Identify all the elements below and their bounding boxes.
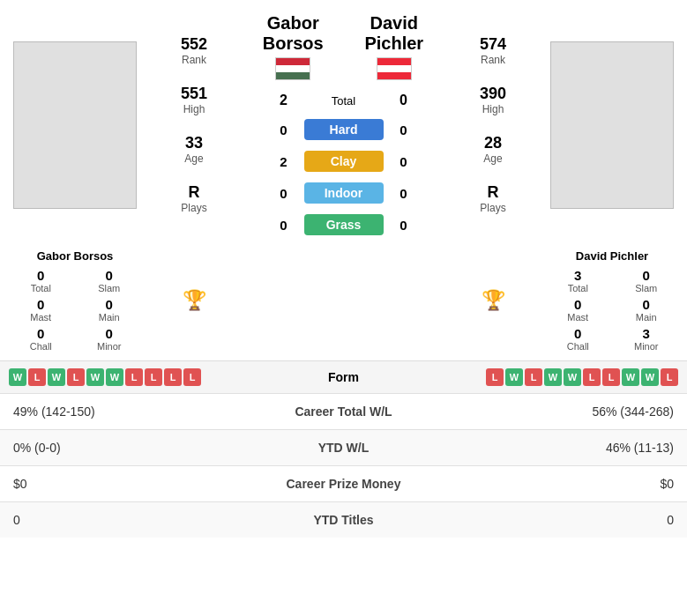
right-minor-value: 3 bbox=[615, 326, 679, 341]
form-badge-w: W bbox=[106, 368, 123, 386]
total-label: Total bbox=[304, 94, 384, 108]
form-badge-l: L bbox=[661, 368, 678, 386]
stats-left-0: 49% (142-150) bbox=[0, 394, 208, 430]
left-chall-label: Chall bbox=[9, 341, 73, 352]
form-badge-w: W bbox=[9, 368, 26, 386]
left-chall-value: 0 bbox=[9, 326, 73, 341]
form-badge-w: W bbox=[86, 368, 104, 386]
stats-label-0: Career Total W/L bbox=[208, 394, 480, 430]
grass-button[interactable]: Grass bbox=[304, 214, 384, 235]
left-flag bbox=[275, 57, 310, 80]
center-column: Gabor Borsos David Pichler 2 Total 0 bbox=[243, 9, 444, 241]
left-high-value: 551 bbox=[181, 85, 207, 103]
left-total-cell: 0 Total bbox=[9, 268, 73, 293]
right-rank-stat: 574 Rank bbox=[480, 35, 506, 66]
left-high-stat: 551 High bbox=[181, 85, 207, 115]
clay-button[interactable]: Clay bbox=[304, 151, 384, 172]
right-age-value: 28 bbox=[483, 134, 502, 152]
stats-right-1: 46% (11-13) bbox=[479, 430, 687, 466]
right-high-value: 390 bbox=[480, 85, 506, 103]
right-total-label: Total bbox=[546, 283, 610, 293]
right-form-badges: LWLWWLLWWL bbox=[486, 368, 678, 386]
left-middle-stats: 552 Rank 551 High 33 Age R Plays bbox=[146, 9, 243, 241]
right-trophy-area: 🏆 bbox=[444, 249, 541, 352]
right-player-photo bbox=[550, 41, 674, 209]
left-total-label: Total bbox=[9, 283, 73, 293]
grass-right-score: 0 bbox=[391, 218, 417, 233]
left-age-value: 33 bbox=[184, 134, 203, 152]
form-badge-w: W bbox=[641, 368, 659, 386]
left-main-label: Main bbox=[78, 312, 142, 323]
indoor-right-score: 0 bbox=[391, 186, 417, 201]
right-slam-cell: 0 Slam bbox=[615, 268, 679, 293]
stats-right-2: $0 bbox=[479, 466, 687, 502]
right-minor-cell: 3 Minor bbox=[615, 326, 679, 352]
indoor-button[interactable]: Indoor bbox=[304, 182, 384, 204]
form-badge-w: W bbox=[622, 368, 639, 386]
left-minor-cell: 0 Minor bbox=[78, 326, 142, 352]
form-badge-l: L bbox=[525, 368, 542, 386]
right-high-label: High bbox=[480, 103, 506, 115]
stats-left-3: 0 bbox=[0, 502, 208, 538]
stats-right-0: 56% (344-268) bbox=[479, 394, 687, 430]
clay-row: 2 Clay 0 bbox=[243, 151, 444, 172]
stats-table: 49% (142-150) Career Total W/L 56% (344-… bbox=[0, 393, 687, 538]
form-badge-l: L bbox=[583, 368, 601, 386]
right-player-name-bottom: David Pichler bbox=[541, 249, 683, 263]
right-trophy-icon: 🏆 bbox=[482, 289, 505, 312]
right-total-value: 3 bbox=[546, 268, 610, 283]
right-rank-label: Rank bbox=[480, 54, 506, 66]
stats-row-1: 0% (0-0) YTD W/L 46% (11-13) bbox=[0, 430, 687, 466]
left-main-cell: 0 Main bbox=[78, 297, 142, 323]
left-minor-value: 0 bbox=[78, 326, 142, 341]
left-mast-label: Mast bbox=[9, 312, 73, 323]
right-main-value: 0 bbox=[615, 297, 679, 312]
right-main-label: Main bbox=[615, 312, 679, 323]
form-badge-l: L bbox=[602, 368, 620, 386]
grass-row: 0 Grass 0 bbox=[243, 214, 444, 235]
right-chall-value: 0 bbox=[546, 326, 610, 341]
right-minor-label: Minor bbox=[615, 341, 679, 352]
left-rank-stat: 552 Rank bbox=[181, 35, 207, 66]
left-rank-value: 552 bbox=[181, 35, 207, 54]
right-age-label: Age bbox=[483, 152, 502, 165]
stats-label-1: YTD W/L bbox=[208, 430, 480, 466]
left-plays-stat: R Plays bbox=[181, 183, 206, 214]
right-flag bbox=[377, 57, 412, 80]
form-badge-l: L bbox=[145, 368, 162, 386]
right-main-cell: 0 Main bbox=[615, 297, 679, 323]
left-chall-cell: 0 Chall bbox=[9, 326, 73, 352]
clay-left-score: 2 bbox=[271, 154, 297, 169]
left-slam-value: 0 bbox=[78, 268, 142, 283]
hard-left-score: 0 bbox=[271, 122, 297, 137]
stats-row-2: $0 Career Prize Money $0 bbox=[0, 466, 687, 502]
left-form-badges: WLWLWWLLLL bbox=[9, 368, 201, 386]
form-badge-w: W bbox=[505, 368, 523, 386]
right-mast-cell: 0 Mast bbox=[546, 297, 610, 323]
left-age-label: Age bbox=[184, 152, 203, 165]
stats-row-3: 0 YTD Titles 0 bbox=[0, 502, 687, 538]
left-player-name-bottom: Gabor Borsos bbox=[4, 249, 146, 263]
form-section: WLWLWWLLLL Form LWLWWLLWWL bbox=[0, 360, 687, 393]
left-total-value: 0 bbox=[9, 268, 73, 283]
left-rank-label: Rank bbox=[181, 54, 207, 66]
total-left-score: 2 bbox=[271, 93, 297, 108]
left-slam-cell: 0 Slam bbox=[78, 268, 142, 293]
form-badge-l: L bbox=[183, 368, 201, 386]
form-badge-l: L bbox=[125, 368, 143, 386]
hard-right-score: 0 bbox=[391, 122, 417, 137]
center-spacer bbox=[243, 249, 444, 352]
right-photo-area bbox=[541, 9, 683, 241]
left-plays-value: R bbox=[181, 183, 206, 202]
grass-left-score: 0 bbox=[271, 218, 297, 233]
left-high-label: High bbox=[181, 103, 207, 115]
clay-right-score: 0 bbox=[391, 154, 417, 169]
right-total-cell: 3 Total bbox=[546, 268, 610, 293]
main-container: 552 Rank 551 High 33 Age R Plays Gabor B… bbox=[0, 0, 687, 538]
right-middle-stats: 574 Rank 390 High 28 Age R Plays bbox=[444, 9, 541, 241]
stats-label-3: YTD Titles bbox=[208, 502, 480, 538]
indoor-row: 0 Indoor 0 bbox=[243, 182, 444, 204]
stats-left-1: 0% (0-0) bbox=[0, 430, 208, 466]
right-player-name-header: David Pichler bbox=[344, 13, 445, 54]
hard-button[interactable]: Hard bbox=[304, 119, 384, 140]
